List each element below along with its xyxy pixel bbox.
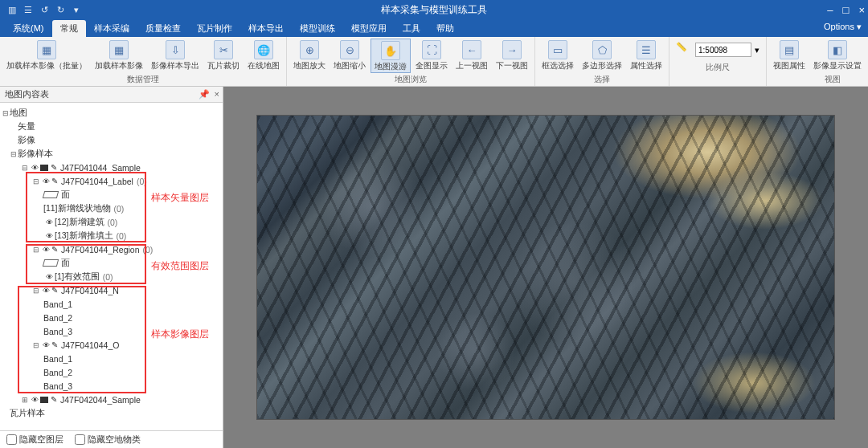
tab-export[interactable]: 样本导出	[240, 20, 292, 37]
qat-icon-3[interactable]: ↺	[39, 4, 50, 15]
poly-select-button[interactable]: ⬠多边形选择	[579, 39, 625, 71]
tab-quality[interactable]: 质量检查	[137, 20, 189, 37]
zoom-out-button[interactable]: ⊖地图缩小	[330, 39, 369, 71]
prev-view-button[interactable]: ←上一视图	[452, 39, 491, 71]
options-dropdown[interactable]: Options ▾	[824, 22, 862, 32]
tree-n-b1[interactable]: Band_1	[2, 297, 219, 311]
tab-help[interactable]: 帮助	[428, 20, 462, 37]
title-bar: ▥ ☰ ↺ ↻ ▾ 样本采集与模型训练工具 – □ ×	[0, 0, 868, 19]
full-extent-icon: ⛶	[422, 40, 441, 59]
tree-sample1[interactable]: ⊟👁✎J47F041044_Sample	[2, 161, 219, 174]
scale-icon: 📏	[676, 42, 692, 58]
panel-footer: 隐藏空图层 隐藏空地物类	[0, 430, 223, 448]
tree-o-b1[interactable]: Band_1	[2, 352, 219, 365]
scale-input[interactable]	[695, 43, 751, 57]
map-viewport[interactable]	[223, 87, 868, 448]
display-icon: ◧	[828, 40, 847, 59]
group-label-select: 选择	[538, 73, 665, 86]
tree-region-layer[interactable]: ⊟👁✎J47F041044_Region(0)	[2, 242, 219, 256]
window-controls: – □ ×	[827, 4, 865, 16]
group-label-view: 视图	[770, 73, 868, 86]
tree-l13[interactable]: 👁[13]新增推填土(0)	[2, 229, 219, 242]
online-map-button[interactable]: 🌐在线地图	[244, 39, 283, 71]
tree-root[interactable]: ⊟地图	[2, 106, 219, 120]
tree-tile[interactable]: 瓦片样本	[2, 406, 219, 420]
panel-pin-icon[interactable]: 📌	[199, 89, 210, 100]
tree-vector[interactable]: 矢量	[2, 120, 219, 133]
ribbon-group-view: ▤视图属性 ◧影像显示设置 ▦表现 视图	[767, 37, 868, 86]
satellite-image	[256, 115, 835, 420]
export-sample-button[interactable]: ⇩影像样本导出	[148, 39, 203, 71]
polygon-icon: ⬠	[592, 40, 612, 59]
zoom-in-button[interactable]: ⊕地图放大	[290, 39, 329, 71]
tree-l12[interactable]: 👁[12]新增建筑(0)	[2, 215, 219, 229]
scale-dropdown-icon[interactable]: ▾	[755, 45, 760, 55]
tab-tile[interactable]: 瓦片制作	[189, 20, 240, 37]
load-sample-batch-button[interactable]: ▦加载样本影像（批量）	[3, 39, 90, 71]
tab-apply[interactable]: 模型应用	[343, 20, 395, 37]
close-button[interactable]: ×	[858, 4, 865, 16]
tree-img-n[interactable]: ⊟👁✎J47F041044_N	[2, 283, 219, 297]
arrow-left-icon: ←	[462, 40, 481, 59]
ribbon-group-select: ▭框选选择 ⬠多边形选择 ☰属性选择 选择	[535, 37, 669, 86]
tree-label-layer[interactable]: ⊟👁✎J47F041044_Label(0)	[2, 174, 219, 188]
menu-bar: 系统(M) 常规 样本采编 质量检查 瓦片制作 样本导出 模型训练 模型应用 工…	[0, 19, 868, 37]
group-label-browse: 地图浏览	[290, 73, 531, 86]
view-props-button[interactable]: ▤视图属性	[770, 39, 809, 71]
annot-label-3: 样本影像图层	[151, 328, 209, 341]
maximize-button[interactable]: □	[843, 4, 850, 16]
minimize-button[interactable]: –	[827, 4, 833, 16]
tree-image-sample[interactable]: ⊟影像样本	[2, 147, 219, 161]
ribbon: ▦加载样本影像（批量） ▦加载样本影像 ⇩影像样本导出 ✂瓦片裁切 🌐在线地图 …	[0, 37, 868, 87]
qat-icon-4[interactable]: ↻	[55, 4, 66, 15]
tree-o-b2[interactable]: Band_2	[2, 365, 219, 379]
export-icon: ⇩	[166, 40, 185, 59]
next-view-button[interactable]: →下一视图	[493, 39, 531, 71]
group-label-scale: 比例尺	[673, 61, 763, 74]
rect-select-button[interactable]: ▭框选选择	[538, 39, 577, 71]
tab-general[interactable]: 常规	[52, 20, 86, 37]
annot-label-2: 有效范围图层	[151, 259, 209, 273]
batch-icon: ▦	[37, 40, 56, 59]
cut-icon: ✂	[214, 40, 233, 59]
annot-label-1: 样本矢量图层	[151, 191, 209, 205]
pan-button[interactable]: ✋地图漫游	[371, 39, 411, 73]
rect-select-icon: ▭	[548, 40, 567, 59]
zoom-out-icon: ⊖	[340, 40, 359, 59]
tile-cut-button[interactable]: ✂瓦片裁切	[204, 39, 243, 71]
qat-icon-1[interactable]: ▥	[6, 4, 18, 15]
toc-panel: 地图内容表 📌 × ⊟地图 矢量 影像 ⊟影像样本 ⊟👁✎J47F041044_…	[0, 87, 223, 448]
tree-image[interactable]: 影像	[2, 133, 219, 147]
tree-o-b3[interactable]: Band_3	[2, 379, 219, 393]
quick-access-toolbar: ▥ ☰ ↺ ↻ ▾	[0, 4, 82, 15]
list-icon: ☰	[637, 40, 656, 59]
image-icon: ▦	[109, 40, 129, 59]
load-sample-button[interactable]: ▦加载样本影像	[92, 39, 146, 71]
full-extent-button[interactable]: ⛶全图显示	[412, 39, 451, 71]
hide-empty-layer-checkbox[interactable]: 隐藏空图层	[6, 434, 63, 446]
tab-sample-collect[interactable]: 样本采编	[86, 20, 137, 37]
qat-icon-2[interactable]: ☰	[23, 4, 34, 15]
group-label-data: 数据管理	[3, 73, 283, 86]
tab-tools[interactable]: 工具	[395, 20, 428, 37]
ribbon-group-browse: ⊕地图放大 ⊖地图缩小 ✋地图漫游 ⛶全图显示 ←上一视图 →下一视图 地图浏览	[287, 37, 535, 86]
qat-dropdown-icon[interactable]: ▾	[71, 4, 82, 15]
tab-train[interactable]: 模型训练	[292, 20, 343, 37]
window-title: 样本采集与模型训练工具	[381, 3, 487, 17]
ribbon-group-scale: 📏 ▾ 比例尺	[669, 37, 767, 86]
tree-sample2[interactable]: ⊞👁✎J47F042044_Sample	[2, 393, 219, 406]
menu-system[interactable]: 系统(M)	[5, 20, 52, 37]
props-icon: ▤	[780, 40, 799, 59]
hand-icon: ✋	[381, 41, 400, 60]
globe-icon: 🌐	[254, 40, 273, 59]
panel-header: 地图内容表 📌 ×	[0, 87, 223, 103]
tree-n-b2[interactable]: Band_2	[2, 311, 219, 324]
layer-tree[interactable]: ⊟地图 矢量 影像 ⊟影像样本 ⊟👁✎J47F041044_Sample ⊟👁✎…	[0, 103, 223, 430]
display-settings-button[interactable]: ◧影像显示设置	[810, 39, 865, 71]
ribbon-group-data: ▦加载样本影像（批量） ▦加载样本影像 ⇩影像样本导出 ✂瓦片裁切 🌐在线地图 …	[0, 37, 287, 86]
arrow-right-icon: →	[502, 40, 522, 59]
hide-empty-feature-checkbox[interactable]: 隐藏空地物类	[75, 434, 141, 446]
panel-title: 地图内容表	[5, 88, 49, 100]
attr-select-button[interactable]: ☰属性选择	[627, 39, 665, 71]
panel-close-icon[interactable]: ×	[215, 89, 219, 100]
